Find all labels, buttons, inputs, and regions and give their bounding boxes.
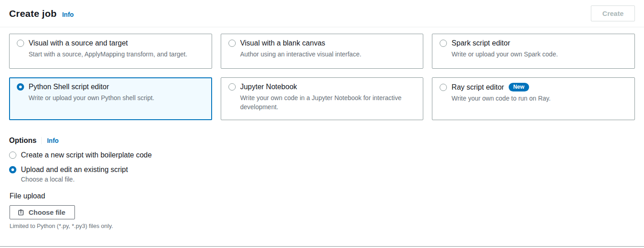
create-job-info-link[interactable]: Info <box>62 11 74 18</box>
options-info-link[interactable]: Info <box>47 137 59 144</box>
card-head: Visual with a source and target <box>17 39 204 47</box>
option-radio-boilerplate[interactable]: Create a new script with boilerplate cod… <box>9 151 635 159</box>
upload-icon <box>17 209 25 216</box>
choose-file-button[interactable]: Choose file <box>10 205 75 219</box>
radio-button[interactable] <box>440 84 447 91</box>
card-description: Start with a source, ApplyMapping transf… <box>29 50 204 59</box>
bottom-divider <box>0 246 644 247</box>
option-radio-upload-existing[interactable]: Upload and edit an existing script <box>9 166 635 174</box>
radio-button[interactable] <box>17 83 24 91</box>
options-heading: Options <box>9 137 36 145</box>
radio-button[interactable] <box>9 152 16 159</box>
card-title: Jupyter Notebook <box>240 83 297 91</box>
create-button[interactable]: Create <box>591 5 635 21</box>
vertical-divider <box>41 137 42 144</box>
new-badge: New <box>509 83 529 91</box>
job-type-card-ray-script-editor[interactable]: Ray script editor New Write your own cod… <box>432 77 635 120</box>
title-wrap: Create job Info <box>9 8 74 19</box>
card-head: Visual with a blank canvas <box>228 39 416 47</box>
card-description: Write your own code to run on Ray. <box>451 94 627 103</box>
card-description: Write or upload your own Python shell sc… <box>29 93 204 102</box>
file-upload-label: File upload <box>10 192 635 200</box>
job-type-card-python-shell-script-editor[interactable]: Python Shell script editor Write or uplo… <box>9 77 212 120</box>
job-type-card-jupyter-notebook[interactable]: Jupyter Notebook Write your own code in … <box>221 77 424 120</box>
radio-button[interactable] <box>440 40 447 47</box>
options-section: Options Info Create a new script with bo… <box>9 137 635 183</box>
page-header: Create job Info Create <box>0 0 644 27</box>
card-description: Write or upload your own Spark code. <box>451 50 627 59</box>
radio-description: Choose a local file. <box>21 176 635 183</box>
card-head: Ray script editor New <box>440 83 627 91</box>
radio-label: Upload and edit an existing script <box>21 166 128 174</box>
card-description: Author using an interactive visual inter… <box>240 50 416 59</box>
card-head: Jupyter Notebook <box>228 83 416 91</box>
radio-button[interactable] <box>228 40 236 47</box>
card-head: Spark script editor <box>440 39 627 47</box>
card-description: Write your own code in a Jupyter Noteboo… <box>240 93 416 112</box>
job-type-card-visual-blank-canvas[interactable]: Visual with a blank canvas Author using … <box>221 34 424 69</box>
job-type-card-visual-source-target[interactable]: Visual with a source and target Start wi… <box>9 34 212 69</box>
card-title: Ray script editor <box>451 83 504 91</box>
options-head: Options Info <box>9 137 635 145</box>
job-type-cards: Visual with a source and target Start wi… <box>9 34 635 120</box>
file-constraint-text: Limited to Python (*.py, *.py3) files on… <box>10 223 635 229</box>
card-title: Visual with a blank canvas <box>240 39 325 47</box>
card-title: Python Shell script editor <box>29 83 109 91</box>
radio-label: Create a new script with boilerplate cod… <box>21 151 152 159</box>
radio-button[interactable] <box>228 83 236 91</box>
job-type-card-spark-script-editor[interactable]: Spark script editor Write or upload your… <box>432 34 635 69</box>
card-head: Python Shell script editor <box>17 83 204 91</box>
card-title: Spark script editor <box>451 39 510 47</box>
choose-file-button-label: Choose file <box>29 208 65 216</box>
page-title: Create job <box>9 8 57 19</box>
radio-button[interactable] <box>9 166 16 173</box>
card-title: Visual with a source and target <box>29 39 128 47</box>
radio-button[interactable] <box>17 40 24 47</box>
